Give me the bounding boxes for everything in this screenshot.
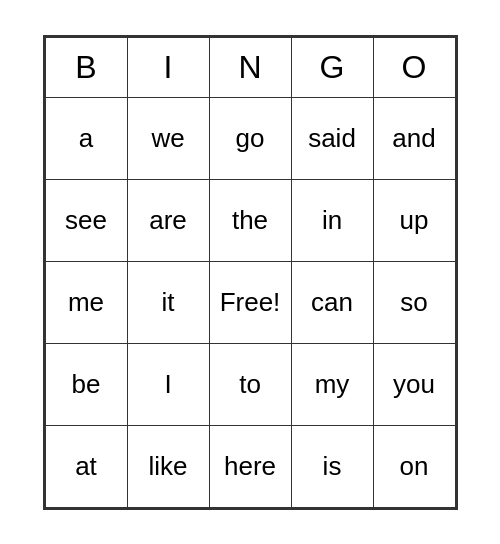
cell-r3-c0: be <box>45 343 127 425</box>
cell-r2-c2: Free! <box>209 261 291 343</box>
col-n: N <box>209 37 291 97</box>
cell-r0-c0: a <box>45 97 127 179</box>
table-row: awegosaidand <box>45 97 455 179</box>
header-row: B I N G O <box>45 37 455 97</box>
cell-r4-c2: here <box>209 425 291 507</box>
cell-r4-c0: at <box>45 425 127 507</box>
table-row: atlikehereison <box>45 425 455 507</box>
cell-r4-c3: is <box>291 425 373 507</box>
cell-r3-c1: I <box>127 343 209 425</box>
cell-r3-c3: my <box>291 343 373 425</box>
cell-r1-c0: see <box>45 179 127 261</box>
cell-r1-c4: up <box>373 179 455 261</box>
cell-r0-c3: said <box>291 97 373 179</box>
cell-r2-c4: so <box>373 261 455 343</box>
cell-r4-c4: on <box>373 425 455 507</box>
cell-r1-c2: the <box>209 179 291 261</box>
table-row: seearetheinup <box>45 179 455 261</box>
cell-r2-c0: me <box>45 261 127 343</box>
cell-r0-c2: go <box>209 97 291 179</box>
cell-r0-c4: and <box>373 97 455 179</box>
cell-r0-c1: we <box>127 97 209 179</box>
cell-r1-c3: in <box>291 179 373 261</box>
cell-r2-c3: can <box>291 261 373 343</box>
bingo-card: B I N G O awegosaidandseearetheinupmeitF… <box>43 35 458 510</box>
col-b: B <box>45 37 127 97</box>
col-i: I <box>127 37 209 97</box>
table-row: beItomyyou <box>45 343 455 425</box>
cell-r3-c2: to <box>209 343 291 425</box>
col-g: G <box>291 37 373 97</box>
cell-r1-c1: are <box>127 179 209 261</box>
cell-r2-c1: it <box>127 261 209 343</box>
cell-r4-c1: like <box>127 425 209 507</box>
bingo-table: B I N G O awegosaidandseearetheinupmeitF… <box>45 37 456 508</box>
cell-r3-c4: you <box>373 343 455 425</box>
table-row: meitFree!canso <box>45 261 455 343</box>
col-o: O <box>373 37 455 97</box>
